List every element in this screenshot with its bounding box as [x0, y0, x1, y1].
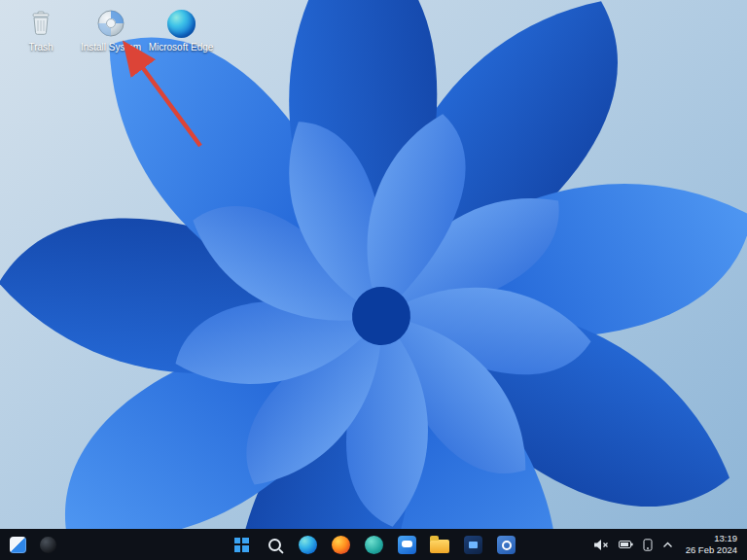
volume-muted-icon[interactable] [592, 534, 610, 555]
desktop-icon-microsoft-edge[interactable]: Microsoft Edge [146, 8, 216, 52]
clock-date: 26 Feb 2024 [686, 544, 737, 556]
settings-icon[interactable] [495, 534, 516, 555]
trash-bin-icon [25, 8, 56, 39]
installer-disc-icon [95, 8, 126, 39]
desktop-icon-label: Trash [28, 42, 53, 52]
taskbar-left-group [7, 534, 58, 555]
system-tray: 13:19 26 Feb 2024 [592, 532, 741, 557]
desktop: Trash Install [0, 0, 747, 560]
chevron-up-icon[interactable] [661, 534, 674, 555]
mail-icon[interactable] [363, 534, 384, 555]
desktop-icon-label: Microsoft Edge [149, 42, 214, 52]
search-icon[interactable] [264, 534, 285, 555]
taskbar-center-group [231, 534, 516, 555]
taskbar: 13:19 26 Feb 2024 [0, 529, 747, 560]
file-explorer-icon[interactable] [429, 534, 450, 555]
start-icon[interactable] [231, 534, 252, 555]
edge-browser-icon [165, 8, 196, 39]
desktop-icon-install-system[interactable]: Install System [76, 8, 146, 52]
edge-icon[interactable] [297, 534, 318, 555]
desktop-icon-label: Install System [81, 42, 141, 52]
desktop-icon-trash[interactable]: Trash [6, 8, 76, 52]
chat-icon[interactable] [396, 534, 417, 555]
firefox-icon[interactable] [330, 534, 351, 555]
store-icon[interactable] [462, 534, 483, 555]
clock[interactable]: 13:19 26 Feb 2024 [682, 532, 741, 557]
battery-icon[interactable] [618, 534, 634, 555]
clock-time: 13:19 [714, 533, 737, 544]
workspace-pager-icon[interactable] [7, 534, 28, 555]
wallpaper-bloom [0, 0, 747, 560]
phone-icon[interactable] [642, 534, 654, 555]
desktop-icon-grid: Trash Install [6, 8, 216, 52]
app-launcher-icon[interactable] [37, 534, 58, 555]
